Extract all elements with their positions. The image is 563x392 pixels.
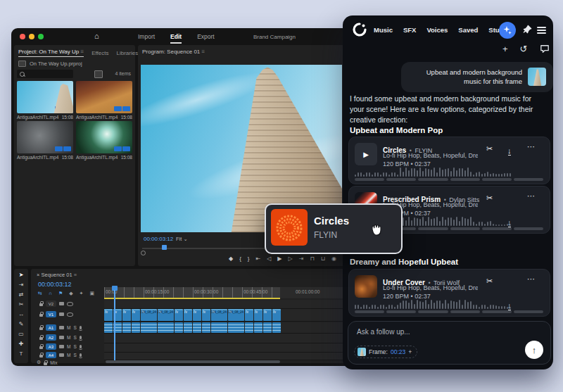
track-header-v2[interactable]: V2	[39, 301, 73, 307]
audio-clip[interactable]	[211, 322, 227, 333]
source-patch-icon[interactable]	[59, 336, 64, 339]
slip-tool-icon[interactable]: ↔	[17, 311, 25, 317]
clip-thumbnail-building[interactable]	[17, 81, 73, 113]
track-header-a2[interactable]: A2 M S	[39, 334, 82, 341]
nav-music[interactable]: Music	[374, 26, 393, 34]
lock-icon[interactable]	[44, 362, 47, 365]
solo-button[interactable]: S	[73, 353, 76, 358]
track-header-v1[interactable]: V1	[39, 311, 73, 317]
lift-icon[interactable]: ⊓	[310, 255, 314, 262]
program-playhead[interactable]	[162, 245, 167, 250]
followup-input-box[interactable]: Frame: 00:23 + ↑	[348, 321, 551, 365]
lock-icon[interactable]	[39, 314, 43, 317]
maximize-window-icon[interactable]	[38, 34, 44, 39]
clip-thumbnail-hands[interactable]	[76, 81, 132, 113]
trim-icon[interactable]: ✂	[486, 194, 493, 203]
stem-segments[interactable]	[355, 178, 543, 181]
video-clip[interactable]: fx	[202, 309, 210, 321]
hand-tool-icon[interactable]: ✚	[17, 341, 25, 347]
mute-button[interactable]: M	[67, 353, 70, 358]
video-clip[interactable]: fx2024_08_24	[158, 309, 174, 321]
audio-clip[interactable]	[184, 322, 192, 333]
audio-clip[interactable]	[175, 322, 183, 333]
download-icon[interactable]: ↓	[507, 146, 512, 155]
audio-clip[interactable]	[272, 322, 281, 333]
clip-item[interactable]: AntiguaArchITL.mp415:08	[17, 81, 73, 120]
voiceover-record-icon[interactable]	[80, 353, 82, 357]
more-icon[interactable]: ⋯	[527, 274, 535, 284]
pen-tool-icon[interactable]: ✎	[17, 321, 25, 327]
snap-icon[interactable]: ∩	[49, 291, 52, 296]
play-icon[interactable]: ▶	[277, 255, 282, 262]
solo-button[interactable]: S	[73, 335, 76, 340]
track-label[interactable]: A3	[46, 343, 56, 350]
program-timecode[interactable]: 00:00:03:12	[144, 236, 173, 242]
ai-assistant-button[interactable]	[499, 22, 516, 39]
frame-chip-add-icon[interactable]: +	[408, 348, 412, 355]
lock-icon[interactable]	[39, 303, 43, 306]
source-patch-icon[interactable]	[59, 353, 64, 357]
video-clip[interactable]: fx	[272, 309, 281, 321]
work-area-bar[interactable]	[104, 298, 280, 299]
captions-icon[interactable]: ▣	[89, 291, 94, 296]
rectangle-tool-icon[interactable]: ▭	[17, 331, 25, 337]
clip-thumbnail-forest[interactable]	[76, 121, 132, 153]
tab-project[interactable]: Project: On The Way Up ≡	[18, 49, 84, 57]
tab-libraries[interactable]: Libraries	[116, 50, 138, 56]
menu-icon[interactable]	[537, 25, 546, 35]
mark-in-icon[interactable]: {	[239, 255, 241, 262]
timeline-timecode[interactable]: 00:00:03:12	[38, 281, 72, 288]
timeline-settings-icon[interactable]: ✦	[80, 291, 84, 296]
history-icon[interactable]: ↺	[520, 44, 528, 54]
album-art-under-cover[interactable]	[355, 275, 377, 298]
video-clip[interactable]: fx	[122, 309, 131, 321]
clip-item[interactable]: AntiguaArchITL.mp415:08	[17, 121, 73, 160]
project-breadcrumb[interactable]: On The Way Up.prproj	[30, 61, 82, 67]
step-back-icon[interactable]: ◁	[267, 255, 271, 262]
track-header-a4[interactable]: A4 M S	[39, 352, 82, 358]
lock-icon[interactable]	[39, 327, 43, 330]
tab-sequence[interactable]: × Sequence 01 ≡	[37, 272, 77, 278]
timeline-scrollbar[interactable]	[106, 360, 280, 363]
video-clip[interactable]: fx	[132, 309, 140, 321]
extract-icon[interactable]: ⊔	[321, 255, 325, 262]
audio-clip[interactable]	[245, 322, 253, 333]
brand-logo-icon[interactable]	[353, 23, 367, 39]
feedback-icon[interactable]	[540, 44, 550, 53]
mute-button[interactable]: M	[67, 325, 70, 330]
toggle-track-output-icon[interactable]	[67, 312, 73, 317]
zoom-select[interactable]: Fit ⌄	[176, 236, 188, 242]
frame-chip[interactable]: Frame: 00:23 +	[354, 346, 417, 358]
voiceover-record-icon[interactable]	[80, 336, 82, 339]
video-clip[interactable]: fx2024_08_24	[141, 309, 157, 321]
trim-icon[interactable]: ✂	[486, 277, 493, 286]
window-traffic-lights[interactable]	[20, 34, 44, 39]
tab-program[interactable]: Program: Sequence 01 ≡	[142, 49, 205, 55]
voiceover-record-icon[interactable]	[80, 345, 82, 348]
panel-menu-icon[interactable]: ≡	[81, 49, 84, 55]
audio-clip[interactable]	[263, 322, 272, 333]
razor-tool-icon[interactable]: ✂	[17, 301, 25, 308]
audio-clip[interactable]	[193, 322, 201, 333]
voiceover-record-icon[interactable]	[80, 326, 82, 329]
new-chat-icon[interactable]: +	[502, 44, 508, 54]
video-clip[interactable]: fx	[104, 309, 113, 321]
nav-sfx[interactable]: SFX	[403, 26, 416, 34]
marker-icon[interactable]: ◆	[229, 255, 233, 262]
add-marker-icon[interactable]: ◆	[69, 291, 72, 296]
audio-clip[interactable]	[228, 322, 244, 333]
more-icon[interactable]: ⋯	[527, 142, 535, 151]
source-patch-icon[interactable]	[59, 345, 64, 348]
nav-voices[interactable]: Voices	[426, 26, 448, 34]
audio-clip[interactable]	[104, 322, 113, 333]
audio-clip[interactable]	[122, 322, 131, 333]
track-card-under-cover[interactable]: Under Cover • Torii Wolf Lo-fi Hip Hop, …	[348, 269, 550, 317]
source-patch-icon[interactable]	[59, 326, 64, 329]
audio-clip[interactable]	[158, 322, 174, 333]
track-label[interactable]: A1	[46, 324, 56, 331]
dragged-track-card[interactable]: Circles FLYIN	[265, 203, 403, 254]
clip-item[interactable]: AntiguaArchITL.mp415:08	[76, 121, 132, 160]
solo-button[interactable]: S	[73, 325, 76, 330]
video-clip[interactable]: fx	[175, 309, 183, 321]
video-clip[interactable]: fx	[245, 309, 253, 321]
